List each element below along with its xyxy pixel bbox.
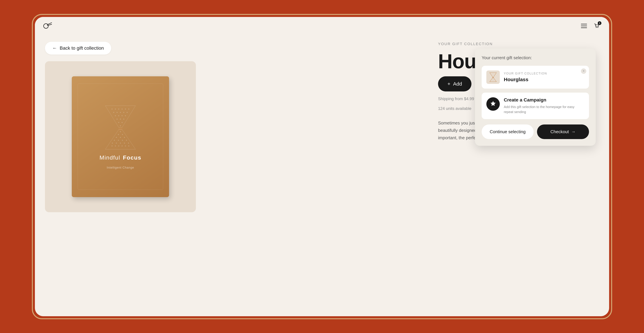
svg-point-48 xyxy=(125,146,126,146)
svg-point-32 xyxy=(116,137,117,138)
svg-point-9 xyxy=(122,108,122,110)
add-icon: + xyxy=(448,81,450,87)
svg-point-18 xyxy=(118,115,119,116)
svg-point-56 xyxy=(492,75,493,75)
svg-point-15 xyxy=(123,112,124,113)
gift-info: YOUR GIFT COLLECTION Hourglass xyxy=(504,72,584,82)
gift-selection-card: YOUR GIFT COLLECTION Hourglass × xyxy=(482,66,589,88)
logo xyxy=(43,22,53,30)
add-button-label: Add xyxy=(453,81,462,87)
svg-point-13 xyxy=(116,112,118,113)
menu-button[interactable] xyxy=(580,22,588,29)
product-box-focus: Focus xyxy=(123,154,142,161)
campaign-info: Create a Campaign Add this gift selectio… xyxy=(504,97,584,114)
campaign-title: Create a Campaign xyxy=(504,97,584,103)
back-arrow-icon: ← xyxy=(52,46,57,51)
svg-point-46 xyxy=(118,146,119,146)
campaign-description: Add this gift selection to the homepage … xyxy=(504,104,584,114)
product-box-inner: Mindful Focus Intelligent Change xyxy=(78,84,163,190)
svg-point-39 xyxy=(112,142,113,144)
product-box: Mindful Focus Intelligent Change xyxy=(72,76,169,197)
svg-point-4 xyxy=(598,27,598,28)
checkout-button[interactable]: Checkout → xyxy=(537,124,589,139)
menu-line-2 xyxy=(581,26,587,26)
svg-point-47 xyxy=(122,146,122,146)
product-collection-label: YOUR GIFT COLLECTION xyxy=(438,42,596,46)
svg-marker-5 xyxy=(105,106,136,128)
gift-collection-label: YOUR GIFT COLLECTION xyxy=(504,72,584,75)
checkout-label: Checkout xyxy=(550,129,569,134)
star-icon xyxy=(489,100,497,108)
svg-point-64 xyxy=(494,80,494,81)
svg-point-7 xyxy=(115,108,116,110)
svg-point-45 xyxy=(115,146,116,146)
cart-badge: 1 xyxy=(598,21,602,25)
svg-point-23 xyxy=(123,118,124,120)
svg-point-40 xyxy=(116,142,117,144)
main-content: ← Back to gift collection xyxy=(35,35,609,316)
close-gift-button[interactable]: × xyxy=(581,68,586,74)
svg-point-63 xyxy=(493,80,494,81)
campaign-star-container xyxy=(486,97,500,111)
svg-marker-50 xyxy=(490,73,496,77)
svg-point-61 xyxy=(494,79,494,80)
svg-point-12 xyxy=(113,112,114,113)
svg-point-42 xyxy=(124,142,125,144)
svg-point-19 xyxy=(122,115,122,116)
svg-point-17 xyxy=(115,115,116,116)
svg-point-14 xyxy=(120,112,121,113)
svg-point-53 xyxy=(492,74,492,74)
gift-name: Hourglass xyxy=(504,77,584,82)
hourglass-svg xyxy=(104,104,137,151)
outer-border: 1 ← Back to gift collection xyxy=(32,14,612,319)
svg-point-33 xyxy=(120,137,121,138)
svg-point-20 xyxy=(125,115,126,116)
app-window: 1 ← Back to gift collection xyxy=(35,17,609,316)
continue-selecting-button[interactable]: Continue selecting xyxy=(482,124,534,139)
svg-point-44 xyxy=(112,146,112,146)
menu-line-1 xyxy=(581,24,587,24)
back-to-gift-collection-button[interactable]: ← Back to gift collection xyxy=(45,42,111,54)
add-button[interactable]: + Add xyxy=(438,76,472,92)
logo-icon xyxy=(43,22,53,30)
svg-point-43 xyxy=(128,142,129,144)
svg-point-35 xyxy=(114,140,115,141)
svg-point-24 xyxy=(118,122,119,123)
cart-button[interactable]: 1 xyxy=(592,22,601,30)
svg-point-59 xyxy=(493,78,494,79)
svg-point-36 xyxy=(118,140,119,141)
product-image: Mindful Focus Intelligent Change xyxy=(45,61,196,212)
gift-selection-popup: Your current gift selection: xyxy=(475,48,596,146)
menu-line-3 xyxy=(581,28,587,28)
svg-point-29 xyxy=(120,131,121,132)
svg-point-21 xyxy=(116,118,118,120)
svg-point-54 xyxy=(493,74,494,74)
product-box-brand: Intelligent Change xyxy=(107,166,134,170)
header: 1 xyxy=(35,17,609,35)
svg-point-41 xyxy=(120,142,121,144)
svg-point-11 xyxy=(128,108,129,110)
svg-marker-28 xyxy=(105,130,136,149)
svg-point-16 xyxy=(126,112,128,113)
popup-actions: Continue selecting Checkout → xyxy=(482,124,589,139)
svg-point-49 xyxy=(128,146,129,146)
svg-point-25 xyxy=(122,122,122,123)
svg-point-3 xyxy=(596,27,596,28)
product-box-mindful: Mindful xyxy=(100,154,120,161)
svg-point-57 xyxy=(494,75,494,75)
svg-point-37 xyxy=(122,140,123,141)
svg-point-6 xyxy=(112,108,112,110)
popup-title: Your current gift selection: xyxy=(482,55,589,60)
svg-point-31 xyxy=(122,134,123,135)
header-actions: 1 xyxy=(580,22,601,30)
svg-point-10 xyxy=(125,108,126,110)
svg-point-62 xyxy=(492,80,492,81)
svg-point-38 xyxy=(126,140,127,141)
svg-point-55 xyxy=(494,74,494,74)
back-button-label: Back to gift collection xyxy=(60,46,104,51)
svg-point-60 xyxy=(492,79,493,80)
svg-point-8 xyxy=(118,108,119,110)
svg-point-34 xyxy=(124,137,125,138)
checkout-arrow-icon: → xyxy=(571,129,576,134)
left-section: ← Back to gift collection xyxy=(35,35,425,316)
